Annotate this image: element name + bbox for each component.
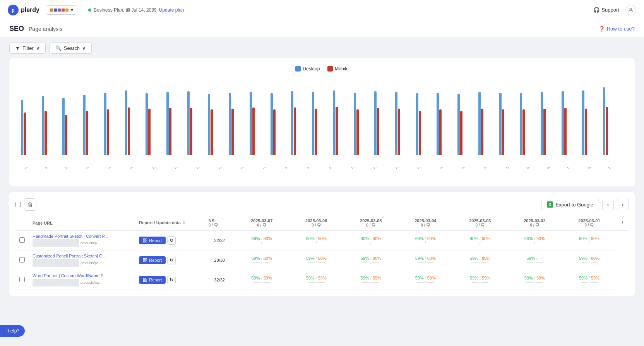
score-orange: 80%: [373, 256, 381, 261]
bar-blue: [229, 93, 231, 155]
score-pair: 59% / 80%: [566, 256, 613, 261]
chart-date-label: Feb 25, 2025: [417, 167, 432, 170]
chart-area: Feb 7, 2025Feb 8, 2025Feb 9, 2025Feb 10,…: [17, 78, 627, 178]
bar-red: [252, 107, 255, 155]
bar-red: [356, 109, 359, 155]
chart-labels: Feb 7, 2025Feb 8, 2025Feb 9, 2025Feb 10,…: [17, 167, 627, 171]
next-page-button[interactable]: ›: [617, 199, 629, 210]
date-sub-2: 0 / 🗨: [366, 223, 375, 227]
bar-red: [398, 109, 400, 155]
svg-rect-7: [144, 261, 145, 262]
how-to-use-label: How to use?: [607, 26, 635, 32]
plan-active-dot: [88, 9, 91, 12]
score-pair: 59% / 59%: [238, 276, 285, 280]
select-all-checkbox[interactable]: [15, 202, 21, 207]
refresh-button[interactable]: ↻: [167, 256, 176, 264]
bar-blue: [42, 96, 44, 155]
how-to-use-button[interactable]: ❓ How to use?: [599, 26, 635, 32]
mobile-checkbox[interactable]: [327, 66, 333, 72]
plan-dot-4: [62, 9, 65, 12]
chart-date-label: Mar 5, 2025: [587, 167, 601, 170]
search-button[interactable]: 🔍 Search ∨: [50, 43, 92, 54]
report-cell-inner: Report ↻: [139, 276, 201, 284]
date-header-1: 2025-03-06 0 / 🗨: [293, 218, 340, 227]
report-cell-inner: Report ↻: [139, 236, 201, 245]
bar-blue: [125, 90, 127, 155]
score-pair: 90% / 90%: [348, 236, 394, 241]
ns-sub: 0 / 🗨: [209, 223, 231, 227]
report-button[interactable]: Report: [139, 256, 166, 264]
report-button[interactable]: Report: [139, 237, 166, 244]
bar-red: [336, 107, 338, 155]
ns-value: 28/30: [214, 258, 225, 262]
score-cell: 59% / 80%—— / ——: [289, 251, 344, 270]
th-date-1: 2025-03-06 0 / 🗨: [289, 215, 344, 231]
score-orange: 59%: [536, 276, 545, 280]
row-checkbox[interactable]: [19, 237, 25, 243]
bar-group: [83, 95, 103, 155]
th-date-2: 2025-03-05 0 / 🗨: [344, 215, 398, 231]
url-thumbnail: [33, 239, 79, 247]
score-cell: 59% / 80%—— / ——: [398, 251, 453, 270]
score-cell: 90% / 90%—— / ——: [289, 231, 344, 251]
mobile-label: Mobile: [335, 66, 348, 72]
user-avatar[interactable]: [625, 5, 636, 15]
page-url-link[interactable]: Handmade Portrait Sketch | Convert P...: [33, 234, 110, 239]
bar-red: [231, 109, 234, 155]
score-pair: 90% / 90%: [511, 236, 558, 241]
logo[interactable]: p plerdy: [8, 5, 39, 15]
plan-selector[interactable]: ▾: [46, 5, 77, 15]
score-pair: 69% / 90%: [402, 236, 449, 241]
plan-dot-2: [54, 9, 57, 12]
score-green: 59%: [252, 276, 260, 280]
plan-dot-1: [50, 9, 53, 12]
export-google-button[interactable]: G Export to Google: [541, 199, 599, 210]
support-label: Support: [601, 7, 619, 13]
page-url-link[interactable]: Word Portrait | Custom Word/Name P...: [33, 273, 110, 278]
chart-date-label: Feb 7, 2025: [24, 167, 38, 170]
delete-button[interactable]: [24, 198, 36, 211]
chart-date-label: Feb 19, 2025: [284, 167, 300, 170]
page-url-link[interactable]: Customized Pencil Portrait Sketch| C...: [33, 254, 110, 258]
bar-red: [606, 107, 608, 155]
score-green: 90%: [579, 236, 587, 241]
bar-group: [229, 93, 249, 155]
bar-red: [439, 109, 442, 155]
chart-date-label: Feb 9, 2025: [65, 167, 79, 170]
prev-page-button[interactable]: ‹: [602, 199, 614, 210]
url-path: products/pr...: [80, 261, 101, 265]
chart-bars: [17, 78, 627, 155]
update-plan-link[interactable]: Update plan: [159, 7, 184, 13]
bar-group: [146, 93, 166, 155]
score-cell: 90% / 90%—— / ——: [453, 231, 507, 251]
date-label-4: 2025-03-03: [469, 218, 491, 223]
score-green: 59%: [361, 276, 369, 280]
date-sub-1: 0 / 🗨: [312, 223, 321, 227]
score-cell: 69% / 90%—— / ——: [398, 231, 453, 251]
score-orange: 90%: [427, 236, 436, 241]
refresh-button[interactable]: ↻: [167, 276, 176, 284]
row-checkbox[interactable]: [19, 277, 25, 282]
score-sub: —— / ——: [348, 261, 394, 264]
bar-blue: [312, 92, 314, 155]
score-sub: —— / ——: [348, 241, 394, 245]
filter-icon: ▼: [15, 45, 20, 51]
report-cell-inner: Report ↻: [139, 256, 201, 264]
row-checkbox[interactable]: [19, 257, 25, 262]
report-button[interactable]: Report: [139, 276, 166, 284]
score-pair: 59% / —: [511, 256, 558, 261]
score-cell: 59% / ——— / ——: [507, 251, 562, 270]
support-button[interactable]: 🎧 Support: [593, 7, 619, 13]
bar-group: [437, 93, 457, 155]
bar-group: [562, 91, 582, 155]
filter-button[interactable]: ▼ Filter ∨: [9, 43, 46, 54]
score-green: 59%: [579, 256, 587, 261]
headset-icon: 🎧: [593, 7, 599, 13]
desktop-checkbox[interactable]: [295, 66, 301, 72]
score-cell: 59% / 59%—— / ——: [507, 270, 562, 290]
refresh-button[interactable]: ↻: [167, 236, 176, 245]
bar-group: [187, 91, 207, 155]
bar-red: [294, 107, 296, 155]
score-green: 59%: [415, 276, 424, 280]
chart-date-label: Feb 10, 2025: [85, 167, 101, 170]
